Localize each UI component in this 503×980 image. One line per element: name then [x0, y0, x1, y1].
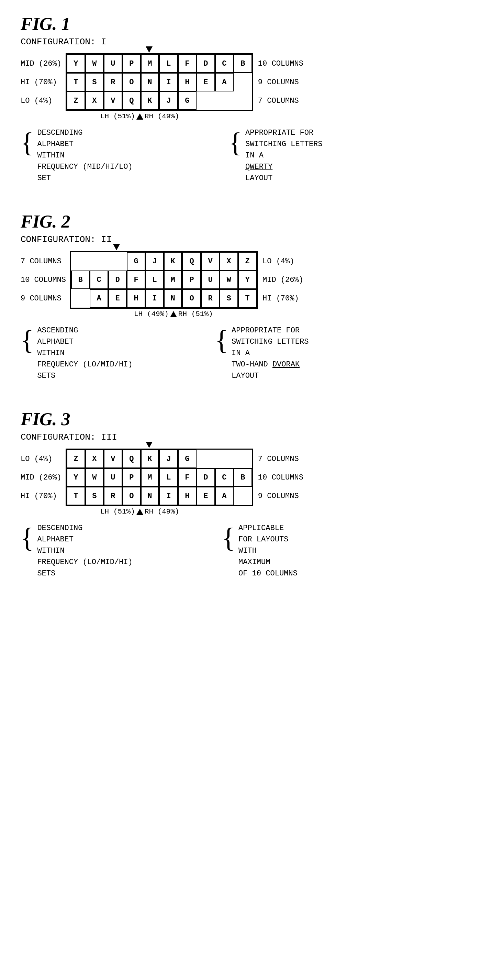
key-X3: X	[85, 450, 104, 468]
fig2-left-10col: 10 COLUMNS	[21, 270, 66, 289]
key-F2: F	[127, 270, 145, 289]
key-C2: C	[90, 270, 108, 289]
key-C: C	[215, 54, 234, 73]
fig2-left-7col: 7 COLUMNS	[21, 252, 66, 270]
fig2-keyboard: G J K Q V X Z B C D F L M P U	[70, 251, 258, 309]
key-H: H	[178, 73, 197, 91]
key-W: W	[85, 54, 104, 73]
fig1-right-label-mid: 10 COLUMNS	[258, 54, 303, 73]
key-K2: K	[164, 252, 182, 270]
key-V2: V	[201, 252, 219, 270]
key-P2: P	[182, 270, 201, 289]
key-E2: E	[108, 289, 127, 308]
key-B2: B	[71, 270, 90, 289]
fig1-grid-wrapper: Y W U P M L F D C B T S R O N	[66, 53, 253, 111]
key-R: R	[104, 73, 122, 91]
key-H3: H	[178, 487, 197, 505]
fig1-desc-right: APPROPRIATE FOR SWITCHING LETTERS IN A Q…	[245, 127, 322, 184]
fig1-qwerty: QWERTY	[245, 162, 273, 171]
key-C3: C	[215, 468, 234, 487]
key-P3: P	[122, 468, 141, 487]
key-Z3: Z	[67, 450, 85, 468]
fig2-grid-wrapper: G J K Q V X Z B C D F L M P U	[70, 251, 258, 309]
fig1-lo-label: LO (4%)	[21, 91, 62, 110]
key-A: A	[215, 73, 234, 91]
key-L3: L	[159, 468, 178, 487]
fig2-row-lo: G J K Q V X Z	[71, 252, 257, 270]
key-F3: F	[178, 468, 197, 487]
key-N3: N	[141, 487, 159, 505]
fig3-lh-label: LH (51%)	[100, 508, 135, 515]
fig3-lhrh-row: LH (51%) RH (49%)	[100, 508, 482, 515]
figure-3: FIG. 3 CONFIGURATION: III LO (4%) MID (2…	[21, 409, 482, 579]
key-G2: G	[127, 252, 145, 270]
fig1-desc-left: DESCENDING ALPHABET WITHIN FREQUENCY (MI…	[37, 127, 132, 184]
fig3-row-mid: Y W U P M L F D C B	[67, 468, 252, 487]
fig1-brace-right: {	[229, 129, 242, 156]
fig1-row-labels-left: MID (26%) HI (70%) LO (4%)	[21, 54, 62, 110]
fig1-config: CONFIGURATION: I	[21, 37, 482, 47]
fig1-row-labels-right: 10 COLUMNS 9 COLUMNS 7 COLUMNS	[258, 54, 303, 110]
key-O: O	[122, 73, 141, 91]
fig2-row-hi: A E H I N O R S T	[71, 289, 257, 308]
key-I3: I	[159, 487, 178, 505]
fig2-desc-right: APPROPRIATE FOR SWITCHING LETTERS IN A T…	[232, 325, 309, 382]
fig1-right-label-hi: 9 COLUMNS	[258, 73, 303, 91]
fig1-brace-left: {	[21, 129, 34, 156]
key-A3: A	[215, 487, 234, 505]
key-M2: M	[164, 270, 182, 289]
fig2-left-col-labels: 7 COLUMNS 10 COLUMNS 9 COLUMNS	[21, 252, 66, 308]
key-K: K	[141, 91, 159, 110]
fig1-rh-label: RH (49%)	[144, 112, 179, 120]
key-J: J	[159, 91, 178, 110]
key-A2: A	[90, 289, 108, 308]
key-J3: J	[159, 450, 178, 468]
key-S2: S	[219, 289, 238, 308]
key-I2: I	[145, 289, 164, 308]
key-I: I	[159, 73, 178, 91]
fig3-desc-left: DESCENDING ALPHABET WITHIN FREQUENCY (LO…	[37, 522, 132, 579]
key-V: V	[104, 91, 122, 110]
key-L: L	[159, 54, 178, 73]
key-Y3: Y	[67, 468, 85, 487]
key-D: D	[197, 54, 215, 73]
fig3-keyboard-area: LO (4%) MID (26%) HI (70%) Z X V Q K J G	[21, 449, 482, 506]
key-W3: W	[85, 468, 104, 487]
key-K3: K	[141, 450, 159, 468]
fig3-row-lo: Z X V Q K J G	[67, 450, 252, 468]
fig3-top-arrow	[146, 442, 152, 448]
fig2-brace-left: {	[21, 326, 34, 354]
key-S3: S	[85, 487, 104, 505]
fig3-title: FIG. 3	[21, 409, 482, 430]
key-T: T	[67, 73, 85, 91]
fig2-right-lo: LO (4%)	[262, 252, 303, 270]
fig1-right-label-lo: 7 COLUMNS	[258, 91, 303, 110]
fig3-right-10col: 10 COLUMNS	[258, 468, 303, 487]
fig1-desc-right-block: { APPROPRIATE FOR SWITCHING LETTERS IN A…	[229, 127, 323, 184]
key-G3: G	[178, 450, 197, 468]
key-D2: D	[108, 270, 127, 289]
fig1-title: FIG. 1	[21, 14, 482, 34]
fig1-row-mid: Y W U P M L F D C B	[67, 54, 252, 73]
key-S: S	[85, 73, 104, 91]
fig2-top-arrow	[113, 244, 120, 250]
fig3-row-hi: T S R O N I H E A	[67, 487, 252, 505]
figure-2: FIG. 2 CONFIGURATION: II 7 COLUMNS 10 CO…	[21, 212, 482, 382]
fig3-brace-right: {	[222, 524, 235, 551]
fig1-mid-label: MID (26%)	[21, 54, 62, 73]
fig2-lhrh-row: LH (49%) RH (51%)	[134, 310, 482, 318]
key-N2: N	[164, 289, 182, 308]
fig3-rh-label: RH (49%)	[144, 508, 179, 515]
key-R2: R	[201, 289, 219, 308]
fig1-keyboard: Y W U P M L F D C B T S R O N	[66, 53, 253, 111]
key-J2: J	[145, 252, 164, 270]
fig3-up-arrow	[136, 509, 143, 515]
fig2-descriptions: { ASCENDING ALPHABET WITHIN FREQUENCY (L…	[21, 325, 482, 382]
key-U3: U	[104, 468, 122, 487]
fig2-left-9col: 9 COLUMNS	[21, 289, 66, 308]
fig2-lh-label: LH (49%)	[134, 310, 169, 318]
fig2-desc-left: ASCENDING ALPHABET WITHIN FREQUENCY (LO/…	[37, 325, 132, 382]
fig2-title: FIG. 2	[21, 212, 482, 232]
fig3-keyboard: Z X V Q K J G Y W U P	[66, 449, 253, 506]
key-V3: V	[104, 450, 122, 468]
